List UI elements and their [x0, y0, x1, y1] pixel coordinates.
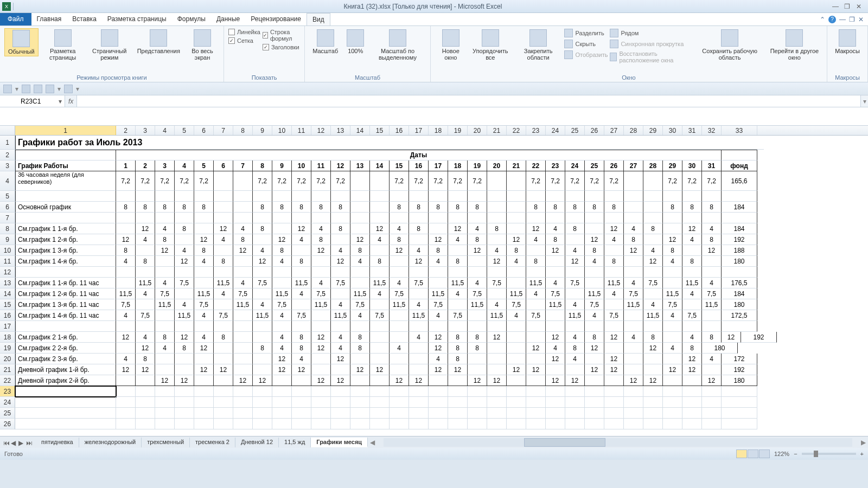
cell-r6c28[interactable] — [624, 202, 643, 213]
cell-r25c19[interactable] — [448, 408, 468, 419]
cell-fund-r8[interactable]: 184 — [722, 223, 757, 234]
row-header-10[interactable]: 10 — [0, 245, 15, 256]
cell-r24c3[interactable] — [136, 397, 155, 408]
cell-r9c27[interactable]: 4 — [604, 234, 624, 245]
cell-r13c27[interactable]: 11,5 — [604, 278, 624, 288]
cell-r16c2[interactable]: 4 — [116, 310, 136, 321]
cell-r16c32[interactable] — [702, 310, 722, 321]
cell-r19c28[interactable] — [624, 343, 643, 354]
cell-r23c25[interactable] — [565, 386, 585, 397]
cell-r23c26[interactable] — [585, 386, 604, 397]
cell-r21c2[interactable]: 12 — [116, 364, 136, 375]
cell-r20c8[interactable] — [233, 354, 253, 364]
cell-r14c32[interactable]: 7,5 — [702, 288, 722, 299]
cell-r23c9[interactable] — [253, 386, 272, 397]
cell-r20c9[interactable] — [253, 354, 272, 364]
cell-r15c28[interactable]: 11,5 — [624, 299, 643, 310]
cell-r25c16[interactable] — [390, 408, 409, 419]
cell-r13c11[interactable]: 11,5 — [292, 278, 311, 288]
cell-r5c22[interactable] — [507, 191, 526, 202]
cell-r19c18[interactable]: 12 — [429, 343, 448, 354]
cell-r15c24[interactable]: 11,5 — [546, 299, 565, 310]
cell-r2c1[interactable] — [15, 150, 116, 160]
cell-r6c13[interactable]: 8 — [331, 202, 350, 213]
cell-r15c27[interactable] — [604, 299, 624, 310]
cell-r9c10[interactable]: 12 — [272, 234, 292, 245]
cell-r15c12[interactable]: 11,5 — [311, 299, 331, 310]
cell-r19c16[interactable]: 4 — [390, 343, 409, 354]
cell-r23c3[interactable] — [136, 386, 155, 397]
cell-r19c23[interactable]: 12 — [526, 343, 546, 354]
cell-r24c6[interactable] — [194, 397, 214, 408]
cell-r25c24[interactable] — [546, 408, 565, 419]
cell-r21c7[interactable]: 12 — [214, 364, 233, 375]
cell-r25c9[interactable] — [253, 408, 272, 419]
cell-r23c31[interactable] — [682, 386, 702, 397]
status-view-break[interactable] — [759, 450, 770, 458]
cell-r18c22[interactable] — [507, 332, 526, 343]
cell-r20c24[interactable]: 12 — [546, 354, 565, 364]
cell-r12c17[interactable] — [409, 267, 429, 278]
cell-day-6[interactable]: 6 — [214, 160, 233, 171]
cell-r11c14[interactable]: 4 — [350, 256, 370, 267]
cell-fund-r13[interactable]: 176,5 — [722, 278, 757, 288]
cell-r23c6[interactable] — [194, 386, 214, 397]
cell-r4c8[interactable] — [233, 171, 253, 191]
cell-r21c29[interactable] — [643, 364, 663, 375]
gridlines-checkbox[interactable]: ✓ — [228, 37, 235, 44]
cell-fund-r19[interactable]: 180 — [702, 343, 738, 354]
cell-r6c6[interactable]: 8 — [194, 202, 214, 213]
col-header-25[interactable]: 25 — [565, 126, 585, 135]
cell-r7c27[interactable] — [604, 213, 624, 223]
cell-r7c17[interactable] — [409, 213, 429, 223]
cell-r15c19[interactable] — [448, 299, 468, 310]
cell-day-5[interactable]: 5 — [194, 160, 214, 171]
cell-r25c22[interactable] — [507, 408, 526, 419]
cell-r11c25[interactable]: 12 — [565, 256, 585, 267]
cell-r21c31[interactable]: 12 — [682, 364, 702, 375]
cell-r7c30[interactable] — [663, 213, 682, 223]
cell-r24c13[interactable] — [331, 397, 350, 408]
cell-r18c23[interactable] — [526, 332, 546, 343]
cell-r22c3[interactable] — [136, 375, 155, 386]
cell-r12c30[interactable] — [663, 267, 682, 278]
cell-r20c26[interactable] — [585, 354, 604, 364]
cell-r18c21[interactable]: 12 — [487, 332, 507, 343]
cell-r13c14[interactable] — [350, 278, 370, 288]
cell-r18c13[interactable]: 4 — [331, 332, 350, 343]
row-header-15[interactable]: 15 — [0, 299, 15, 310]
cell-r26c1[interactable] — [15, 419, 116, 429]
cell-r22c4[interactable]: 12 — [155, 375, 175, 386]
cell-r14c30[interactable]: 11,5 — [663, 288, 682, 299]
cell-r7c25[interactable] — [565, 213, 585, 223]
cell-r10c2[interactable]: 8 — [116, 245, 136, 256]
cell-r22c25[interactable]: 12 — [565, 375, 585, 386]
col-header-21[interactable]: 21 — [487, 126, 507, 135]
cell-r23c15[interactable] — [370, 386, 390, 397]
cell-day-18[interactable]: 18 — [448, 160, 468, 171]
cell-r10c5[interactable]: 4 — [175, 245, 194, 256]
cell-r4c23[interactable]: 7,2 — [526, 171, 546, 191]
cell-r4c7[interactable] — [214, 171, 233, 191]
cell-r16c5[interactable]: 11,5 — [175, 310, 194, 321]
cell-r23c8[interactable] — [233, 386, 253, 397]
cell-r11c27[interactable]: 8 — [604, 256, 624, 267]
cell-r10c14[interactable]: 8 — [350, 245, 370, 256]
cell-fund-r9[interactable]: 192 — [722, 234, 757, 245]
cell-r8c23[interactable]: 12 — [526, 223, 546, 234]
cell-r19c3[interactable]: 12 — [136, 343, 155, 354]
cell-r26c11[interactable] — [292, 419, 311, 429]
cell-day-10[interactable]: 10 — [292, 160, 311, 171]
cell-r17c18[interactable] — [429, 321, 448, 332]
zoom-100-button[interactable]: 100% — [343, 28, 367, 55]
cell-r13c19[interactable]: 11,5 — [448, 278, 468, 288]
cell-r6c29[interactable] — [643, 202, 663, 213]
cell-r8c21[interactable]: 8 — [487, 223, 507, 234]
cell-r15c11[interactable] — [292, 299, 311, 310]
cell-r16c12[interactable] — [311, 310, 331, 321]
cell-r9c11[interactable]: 4 — [292, 234, 311, 245]
cell-r7c8[interactable] — [233, 213, 253, 223]
cell-r12c10[interactable] — [272, 267, 292, 278]
cell-r16c15[interactable]: 7,5 — [370, 310, 390, 321]
reset-position-button[interactable]: Восстановить расположение окна — [610, 50, 693, 64]
